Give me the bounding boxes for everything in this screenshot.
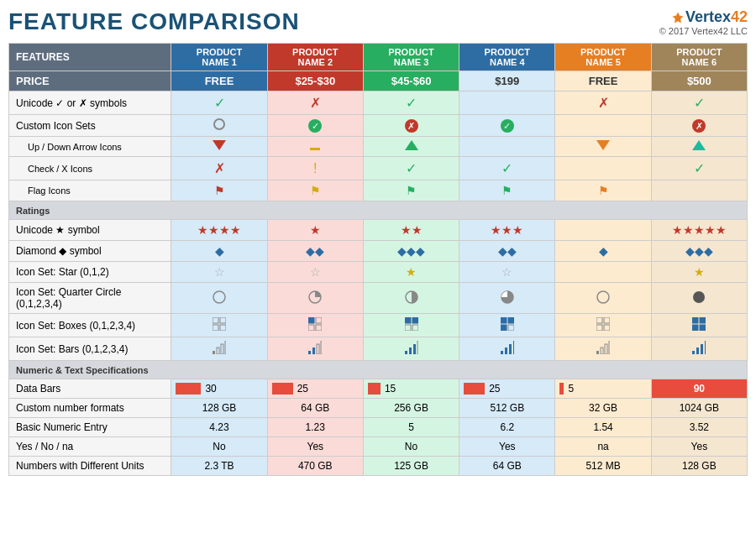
cell-checkx-p4: ✓ — [459, 157, 555, 180]
boxes-full-icon — [692, 317, 706, 331]
svg-rect-30 — [700, 325, 706, 331]
svg-rect-23 — [596, 317, 602, 323]
data-bar-container: 15 — [368, 383, 454, 395]
svg-rect-11 — [308, 317, 314, 323]
svg-rect-53 — [701, 344, 703, 354]
svg-rect-36 — [312, 348, 315, 354]
feature-data-bars: Data Bars — [9, 379, 171, 399]
feature-unicode-star: Unicode ★ symbol — [9, 220, 171, 241]
svg-point-5 — [597, 291, 609, 303]
svg-rect-38 — [321, 341, 322, 354]
cell-arrow-p5 — [555, 137, 651, 157]
feature-icon-bars: Icon Set: Bars (0,1,2,3,4) — [9, 337, 171, 361]
feature-custom-number: Custom number formats — [9, 399, 171, 418]
cell-diamond-p5: ◆ — [555, 241, 651, 262]
green-check-icon: ✓ — [501, 161, 512, 175]
quarter-circle-full-icon — [692, 290, 706, 304]
cell-diamond-p6: ◆◆◆ — [651, 241, 747, 262]
price-label: PRICE — [9, 71, 171, 91]
green-check-icon: ✓ — [406, 161, 417, 175]
triangle-up-icon — [692, 140, 706, 150]
svg-rect-29 — [692, 325, 698, 331]
cell-diamond-p4: ◆◆ — [459, 241, 555, 262]
cell-icon-p2: ✓ — [267, 115, 363, 137]
cell-databars-p4: 25 — [459, 379, 555, 399]
star-icon: ★ — [310, 223, 321, 237]
diamond-icon: ◆ — [215, 244, 224, 258]
star-icon: ★★★ — [491, 223, 523, 237]
feature-icon-star: Icon Set: Star (0,1,2) — [9, 262, 171, 283]
svg-rect-22 — [508, 325, 514, 331]
col-features-header: FEATURES — [9, 44, 171, 71]
red-x-icon: ✗ — [214, 161, 225, 175]
cell-units-p1: 2.3 TB — [171, 457, 267, 476]
cell-bars-p1 — [171, 337, 267, 361]
logo-area: Vertex42 © 2017 Vertex42 LLC — [659, 8, 748, 36]
col-p5-header: PRODUCTNAME 5 — [555, 44, 651, 71]
svg-rect-41 — [413, 344, 416, 354]
diamond-icon: ◆◆ — [498, 244, 517, 258]
svg-rect-40 — [409, 348, 412, 354]
cell-quarter-p1 — [171, 283, 267, 314]
price-p6: $500 — [651, 71, 747, 91]
cell-diamond-p1: ◆ — [171, 241, 267, 262]
orange-flag-icon: ⚑ — [598, 184, 609, 197]
col-p4-header: PRODUCTNAME 4 — [459, 44, 555, 71]
svg-rect-14 — [316, 325, 322, 331]
data-bar-container: 5 — [559, 383, 646, 395]
svg-rect-18 — [412, 325, 418, 331]
cell-boxes-p6 — [651, 314, 747, 337]
svg-rect-51 — [692, 351, 695, 354]
red-circle-icon: ✗ — [692, 119, 706, 133]
svg-rect-28 — [700, 317, 706, 323]
svg-rect-43 — [501, 351, 503, 354]
cell-icon-p6: ✗ — [651, 115, 747, 137]
cell-basicnum-p2: 1.23 — [267, 418, 363, 437]
cell-bars-p2 — [267, 337, 363, 361]
star-outline-icon: ☆ — [501, 265, 512, 279]
cell-unicode-p6: ✓ — [651, 91, 747, 115]
red-flag-icon: ⚑ — [214, 184, 225, 197]
svg-rect-26 — [604, 325, 610, 331]
cell-basicnum-p4: 6.2 — [459, 418, 555, 437]
boxes-0-icon — [213, 317, 226, 331]
cell-arrow-p3 — [363, 137, 459, 157]
svg-rect-50 — [609, 341, 610, 354]
cell-unicode-p3: ✓ — [363, 91, 459, 115]
cell-customnum-p3: 256 GB — [363, 399, 459, 418]
row-flag-icons: Flag Icons ⚑ ⚑ ⚑ ⚑ ⚑ — [9, 180, 748, 201]
checkmark-icon: ✓ — [406, 96, 417, 110]
checkmark-icon: ✓ — [214, 96, 225, 110]
checkmark-icon: ✓ — [694, 96, 705, 110]
cell-istar-p3: ★ — [363, 262, 459, 283]
cell-quarter-p4 — [459, 283, 555, 314]
svg-rect-32 — [217, 348, 219, 354]
col-p1-header: PRODUCTNAME 1 — [171, 44, 267, 71]
row-yes-no-na: Yes / No / na No Yes No Yes na Yes — [9, 437, 748, 457]
cell-customnum-p4: 512 GB — [459, 399, 555, 418]
cell-flag-p4: ⚑ — [459, 180, 555, 201]
svg-rect-17 — [405, 325, 411, 331]
header-row: FEATURES PRODUCTNAME 1 PRODUCTNAME 2 PRO… — [9, 44, 748, 71]
price-p5: FREE — [555, 71, 651, 91]
data-bar-value: 30 — [205, 383, 216, 395]
diamond-icon: ◆◆◆ — [685, 244, 713, 258]
svg-point-6 — [693, 291, 705, 303]
col-p3-header: PRODUCTNAME 3 — [363, 44, 459, 71]
cell-units-p4: 64 GB — [459, 457, 555, 476]
cell-istar-p6: ★ — [651, 262, 747, 283]
cell-star-p6: ★★★★★ — [651, 220, 747, 241]
feature-yes-no-na: Yes / No / na — [9, 437, 171, 457]
cell-unicode-p5: ✗ — [555, 91, 651, 115]
svg-rect-7 — [213, 317, 218, 323]
cell-bars-p6 — [651, 337, 747, 361]
svg-rect-48 — [601, 348, 603, 354]
diamond-icon: ◆◆◆ — [397, 244, 425, 258]
data-bar-value: 25 — [489, 383, 500, 395]
dash-icon — [310, 148, 320, 150]
svg-rect-20 — [508, 317, 514, 323]
feature-arrow-icons: Up / Down Arrow Icons — [9, 137, 171, 157]
header: FEATURE COMPARISON Vertex42 © 2017 Verte… — [8, 8, 748, 36]
bars-1-icon — [308, 341, 322, 354]
cell-star-p1: ★★★★ — [171, 220, 267, 241]
